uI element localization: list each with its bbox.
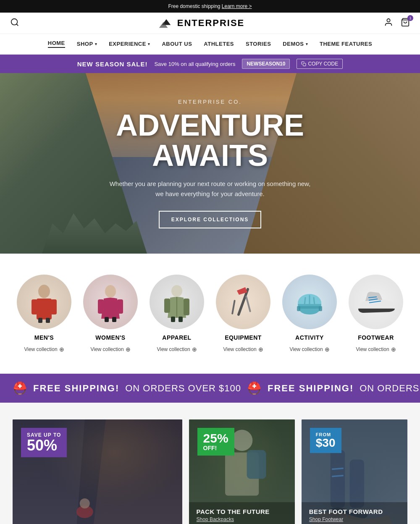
promo-off-text: OFF! [203,445,228,451]
hero-section: ENTERPRISE CO. ADVENTURE AWAITS Whether … [0,73,420,254]
shipping-marquee: ⛑️ FREE SHIPPING! ON ORDERS OVER $100 ⛑️… [0,381,420,395]
svg-rect-45 [247,450,266,479]
svg-point-41 [80,498,90,508]
svg-marker-39 [93,419,182,524]
search-icon[interactable] [10,18,19,29]
shipping-item: ⛑️ FREE SHIPPING! ON ORDERS OVER $100 ⛑️… [0,381,420,395]
explore-collections-button[interactable]: EXPLORE COLLECTIONS [159,211,262,228]
category-equipment: EQUIPMENT View collection ⊕ [212,275,274,353]
arrow-icon: ⊕ [258,346,263,353]
hero-content: ENTERPRISE CO. ADVENTURE AWAITS Whether … [92,99,328,228]
promo-price: $30 [316,437,336,449]
category-apparel-link[interactable]: View collection ⊕ [157,346,197,353]
arrow-icon: ⊕ [59,346,64,353]
promo-footwear-title: BEST FOOT FORWARD [309,508,400,515]
nav-item-theme-features[interactable]: THEME FEATURES [320,41,372,47]
category-womens-label: WOMEN'S [95,334,125,341]
arrow-icon: ⊕ [192,346,197,353]
svg-rect-6 [303,63,306,66]
category-apparel-label: APPAREL [162,334,191,341]
svg-line-31 [304,298,305,305]
promo-25-percent: 25% [203,432,228,445]
nav-item-stories[interactable]: STORIES [246,41,271,47]
svg-rect-8 [37,299,52,320]
logo-text: ENTERPRISE [177,18,245,29]
svg-rect-26 [231,300,236,314]
category-equipment-label: EQUIPMENT [225,334,262,341]
category-mens-link[interactable]: View collection ⊕ [24,346,64,353]
promo-bar: NEW SEASON SALE! Save 10% on all qualify… [0,55,420,73]
helmet-icon: ⛑️ [247,381,262,395]
promo-title: NEW SEASON SALE! [77,60,148,68]
svg-line-33 [314,298,315,305]
nav-item-home[interactable]: HOME [48,40,65,48]
svg-point-43 [231,430,252,451]
category-footwear-label: FOOTWEAR [358,334,394,341]
promo-badge-footwear: FROM $30 [310,428,341,453]
svg-rect-25 [245,296,251,312]
promo-footwear-link[interactable]: Shop Footwear [309,516,343,522]
svg-point-0 [11,19,18,25]
svg-rect-9 [32,299,37,314]
copy-code-button[interactable]: COPY CODE [297,59,343,69]
svg-rect-11 [38,318,42,323]
hero-subtitle: Whether you are planning your next route… [109,179,311,199]
nav-item-shop[interactable]: SHOP ▾ [77,41,97,47]
svg-line-51 [332,468,344,469]
cart-badge: 1 [407,15,413,21]
category-apparel: APPAREL View collection ⊕ [146,275,208,353]
promo-card-sale: SAVE UP TO 50% [13,419,182,524]
promo-card-backpack: 25% OFF! PACK TO THE FUTURE Shop Backpac… [189,419,295,524]
promo-backpack-title: PACK TO THE FUTURE [197,508,287,515]
nav-item-experience[interactable]: EXPERIENCE ▾ [109,41,150,47]
category-activity-image [282,275,337,329]
main-nav: HOME SHOP ▾ EXPERIENCE ▾ ABOUT US ATHLET… [0,34,420,55]
promo-backpack-info: PACK TO THE FUTURE Shop Backpacks [189,502,295,524]
category-equipment-link[interactable]: View collection ⊕ [223,346,263,353]
svg-line-1 [16,24,18,26]
hero-title: ADVENTURE AWAITS [109,110,311,170]
arrow-icon: ⊕ [126,346,131,353]
promo-code: NEWSEASON10 [242,59,290,69]
svg-rect-17 [112,317,116,322]
svg-point-13 [105,285,116,298]
site-logo[interactable]: ENTERPRISE [159,18,245,29]
chevron-down-icon: ▾ [306,42,308,46]
svg-rect-47 [331,450,345,508]
svg-rect-20 [184,299,189,315]
chevron-down-icon: ▾ [148,42,150,46]
category-footwear: FOOTWEAR View collection ⊕ [345,275,407,353]
svg-point-18 [171,285,182,297]
category-footwear-link[interactable]: View collection ⊕ [356,346,396,353]
arrow-icon: ⊕ [325,346,330,353]
shipping-banner: ⛑️ FREE SHIPPING! ON ORDERS OVER $100 ⛑️… [0,374,420,403]
promo-backpack-link[interactable]: Shop Backpacks [197,516,234,522]
announcement-link[interactable]: Learn more > [222,3,252,9]
announcement-bar: Free domestic shipping Learn more > [0,0,420,13]
category-equipment-image [216,275,270,329]
category-mens-label: MEN'S [34,334,54,341]
promo-percent: 50% [27,438,61,453]
svg-rect-48 [349,460,364,508]
svg-rect-14 [98,299,104,314]
svg-rect-21 [171,317,175,322]
cart-icon[interactable]: 1 [401,18,410,29]
header: ENTERPRISE 1 [0,13,420,34]
svg-rect-12 [46,318,50,323]
svg-rect-22 [178,317,183,322]
category-womens-link[interactable]: View collection ⊕ [90,346,130,353]
svg-rect-30 [319,306,322,311]
arrow-icon: ⊕ [391,346,396,353]
nav-item-about[interactable]: ABOUT US [162,41,192,47]
svg-line-52 [332,475,344,476]
nav-item-athletes[interactable]: ATHLETES [204,41,234,47]
promo-footwear-info: BEST FOOT FORWARD Shop Footwear [302,502,407,524]
account-icon[interactable] [384,18,393,29]
category-mens-image [17,275,71,329]
svg-rect-10 [51,299,57,314]
promo-badge-sale: SAVE UP TO 50% [21,428,67,457]
nav-item-demos[interactable]: DEMOS ▾ [283,41,308,47]
promo-card-footwear: FROM $30 BEST FOOT FORWARD Shop Footwear [302,419,407,524]
category-apparel-image [150,275,204,329]
category-activity-link[interactable]: View collection ⊕ [289,346,329,353]
